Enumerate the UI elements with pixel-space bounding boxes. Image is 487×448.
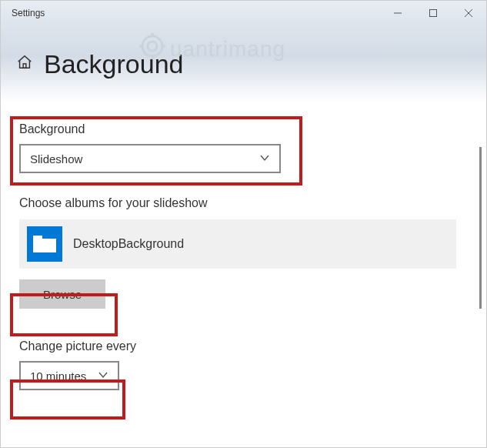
maximize-button[interactable] — [415, 1, 451, 25]
page-title: Background — [44, 49, 183, 79]
close-button[interactable] — [451, 1, 486, 25]
scrollbar[interactable] — [479, 147, 482, 309]
svg-rect-12 — [33, 236, 42, 240]
album-name: DesktopBackground — [73, 237, 184, 251]
content-area: Background Slideshow Choose albums for y… — [1, 102, 486, 448]
titlebar: Settings — [1, 1, 486, 25]
interval-dropdown-value: 10 minutes — [30, 369, 86, 383]
header-banner: uantrimang Background — [1, 25, 486, 102]
watermark-text: uantrimang — [170, 37, 285, 62]
interval-label: Change picture every — [19, 339, 468, 353]
svg-rect-11 — [33, 239, 56, 252]
chevron-down-icon — [98, 369, 108, 383]
background-dropdown[interactable]: Slideshow — [19, 144, 281, 173]
background-label: Background — [19, 122, 468, 136]
interval-dropdown[interactable]: 10 minutes — [19, 361, 119, 390]
browse-button[interactable]: Browse — [19, 279, 105, 309]
chevron-down-icon — [259, 152, 270, 165]
album-item[interactable]: DesktopBackground — [19, 219, 456, 269]
home-icon[interactable] — [16, 54, 33, 74]
folder-icon — [27, 226, 62, 262]
svg-rect-10 — [23, 64, 26, 69]
interval-section: Change picture every 10 minutes — [19, 339, 468, 390]
albums-section: Choose albums for your slideshow Desktop… — [19, 196, 468, 309]
window-controls — [380, 1, 486, 25]
minimize-button[interactable] — [380, 1, 415, 25]
window-title: Settings — [12, 8, 380, 18]
svg-rect-1 — [430, 10, 437, 17]
background-dropdown-value: Slideshow — [30, 152, 82, 165]
browse-button-label: Browse — [43, 288, 82, 301]
background-section: Background Slideshow — [19, 122, 468, 173]
albums-label: Choose albums for your slideshow — [19, 196, 468, 210]
